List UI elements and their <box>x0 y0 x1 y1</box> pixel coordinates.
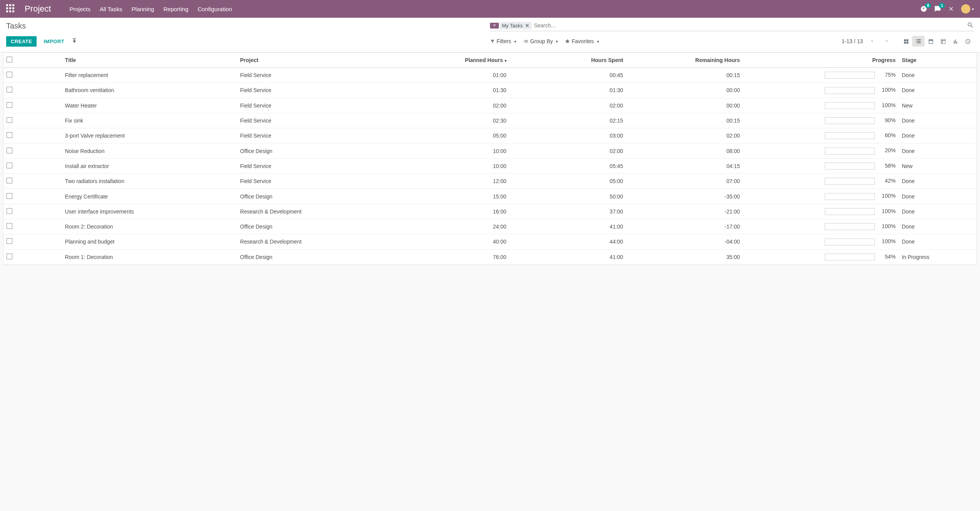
header-stage[interactable]: Stage <box>899 53 977 68</box>
row-checkbox[interactable] <box>7 72 12 77</box>
cell-progress: 100% <box>743 204 899 219</box>
row-checkbox[interactable] <box>7 148 12 153</box>
header-title[interactable]: Title <box>62 53 237 68</box>
view-graph[interactable] <box>949 36 962 47</box>
close-icon[interactable] <box>948 6 954 12</box>
row-checkbox[interactable] <box>7 238 12 244</box>
cell-progress: 75% <box>743 68 899 83</box>
search-area: My Tasks ✕ <box>490 21 974 31</box>
cell-title: Install air extractor <box>62 158 237 173</box>
download-icon[interactable] <box>71 38 77 45</box>
menu-all-tasks[interactable]: All Tasks <box>100 6 123 12</box>
row-checkbox[interactable] <box>7 87 12 92</box>
cell-planned: 12:00 <box>393 174 509 189</box>
filters-dropdown[interactable]: Filters ▾ <box>490 38 516 44</box>
main-menu: Projects All Tasks Planning Reporting Co… <box>69 6 920 12</box>
progress-text: 20% <box>880 147 896 153</box>
cell-remaining: -21:00 <box>626 204 743 219</box>
select-all-checkbox[interactable] <box>7 57 12 62</box>
row-checkbox[interactable] <box>7 193 12 199</box>
timer-icon[interactable]: 8 <box>920 5 927 12</box>
groupby-dropdown[interactable]: Group By ▾ <box>523 38 558 44</box>
table-row[interactable]: Planning and budget Research & Developme… <box>3 234 977 249</box>
row-checkbox[interactable] <box>7 163 12 168</box>
apps-menu-icon[interactable] <box>6 4 15 13</box>
row-checkbox[interactable] <box>7 223 12 229</box>
table-row[interactable]: Room 1: Decoration Office Design 76:00 4… <box>3 249 977 264</box>
cell-remaining: -17:00 <box>626 219 743 234</box>
table-row[interactable]: Filter replacement Field Service 01:00 0… <box>3 68 977 83</box>
cell-planned: 02:00 <box>393 98 509 113</box>
chevron-left-icon <box>870 39 874 43</box>
menu-configuration[interactable]: Configuration <box>198 6 232 12</box>
cell-stage: New <box>899 158 977 173</box>
menu-reporting[interactable]: Reporting <box>163 6 188 12</box>
header-remaining-hours[interactable]: Remaining Hours <box>626 53 743 68</box>
menu-projects[interactable]: Projects <box>69 6 90 12</box>
header-project[interactable]: Project <box>237 53 393 68</box>
table-row[interactable]: Install air extractor Field Service 10:0… <box>3 158 977 173</box>
table-row[interactable]: Water Heater Field Service 02:00 02:00 0… <box>3 98 977 113</box>
progress-bar <box>825 223 875 230</box>
favorites-dropdown[interactable]: Favorites ▾ <box>565 38 599 44</box>
cell-project: Office Design <box>237 249 393 264</box>
table-row[interactable]: Energy Certificate Office Design 15:00 5… <box>3 189 977 204</box>
view-activity[interactable] <box>962 36 974 47</box>
table-row[interactable]: Room 2: Decoration Office Design 24:00 4… <box>3 219 977 234</box>
search-filter-facet <box>490 23 499 29</box>
progress-bar <box>825 208 875 215</box>
header-planned-label: Planned Hours <box>465 57 503 63</box>
app-brand[interactable]: Project <box>25 4 51 14</box>
table-row[interactable]: Two radiators installation Field Service… <box>3 174 977 189</box>
progress-bar <box>825 117 875 124</box>
table-row[interactable]: Noise Reduction Office Design 10:00 02:0… <box>3 143 977 158</box>
row-checkbox[interactable] <box>7 254 12 259</box>
row-checkbox[interactable] <box>7 208 12 214</box>
pager-prev[interactable] <box>867 37 878 46</box>
table-row[interactable]: User interface improvements Research & D… <box>3 204 977 219</box>
cell-project: Office Design <box>237 219 393 234</box>
row-checkbox[interactable] <box>7 102 12 108</box>
pager: 1-13 / 13 <box>842 37 892 46</box>
cell-stage: Done <box>899 189 977 204</box>
pager-text[interactable]: 1-13 / 13 <box>842 38 863 44</box>
search-input[interactable] <box>532 21 967 30</box>
cell-title: Filter replacement <box>62 68 237 83</box>
cell-spent: 03:00 <box>510 128 626 143</box>
row-checkbox[interactable] <box>7 117 12 123</box>
progress-bar <box>825 163 875 170</box>
row-checkbox[interactable] <box>7 132 12 138</box>
cell-project: Field Service <box>237 113 393 128</box>
header-hours-spent[interactable]: Hours Spent <box>510 53 626 68</box>
header-planned-hours[interactable]: Planned Hours▾ <box>393 53 509 68</box>
view-list[interactable] <box>912 36 925 47</box>
filters-label: Filters <box>497 38 511 44</box>
remove-filter-icon[interactable]: ✕ <box>525 23 529 29</box>
view-pivot[interactable] <box>937 36 949 47</box>
progress-text: 100% <box>880 223 896 229</box>
cell-remaining: 04:15 <box>626 158 743 173</box>
search-icon[interactable] <box>967 22 974 30</box>
view-switcher <box>900 36 974 47</box>
menu-planning[interactable]: Planning <box>132 6 154 12</box>
list-icon <box>523 39 529 44</box>
cell-remaining: -04:00 <box>626 234 743 249</box>
import-button[interactable]: IMPORT <box>44 39 64 44</box>
row-checkbox[interactable] <box>7 178 12 183</box>
table-row[interactable]: 3-port Valve replacement Field Service 0… <box>3 128 977 143</box>
cell-progress: 100% <box>743 189 899 204</box>
user-menu[interactable]: ▾ <box>961 4 974 13</box>
chat-icon[interactable]: 1 <box>934 5 941 12</box>
cell-stage: New <box>899 98 977 113</box>
table-row[interactable]: Bathroom ventilation Field Service 01:30… <box>3 83 977 98</box>
header-progress[interactable]: Progress <box>743 53 899 68</box>
view-kanban[interactable] <box>900 36 912 47</box>
pager-next[interactable] <box>881 37 892 46</box>
view-calendar[interactable] <box>925 36 937 47</box>
progress-text: 100% <box>880 238 896 244</box>
create-button[interactable]: CREATE <box>6 36 37 47</box>
cell-title: Planning and budget <box>62 234 237 249</box>
table-row[interactable]: Fix sink Field Service 02:30 02:15 00:15… <box>3 113 977 128</box>
cell-progress: 90% <box>743 113 899 128</box>
cell-project: Research & Development <box>237 204 393 219</box>
